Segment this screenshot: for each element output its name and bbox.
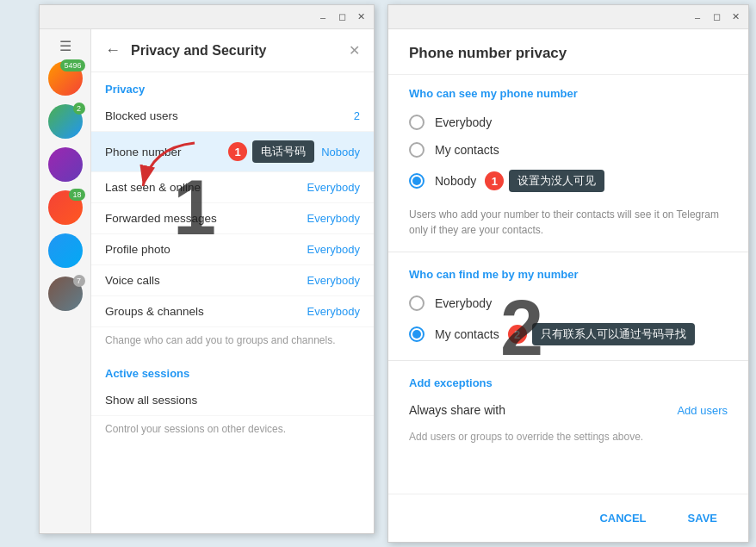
settings-title: Privacy and Security: [131, 43, 266, 59]
nobody-label-see: Nobody: [435, 174, 476, 188]
sidebar-avatar-1[interactable]: 5496: [46, 59, 85, 99]
my-contacts-radio-see[interactable]: [409, 142, 424, 158]
privacy-desc: Change who can add you to groups and cha…: [91, 327, 374, 357]
who-can-find-section: Who can find me by my number Everybody M…: [388, 256, 748, 357]
badge-3: 18: [69, 189, 84, 201]
annotation-contacts-tooltip: 只有联系人可以通过号码寻找: [532, 323, 695, 345]
minimize-button[interactable]: –: [315, 9, 331, 25]
privacy-security-window: – ◻ ✕ ☰ 5496 2 18: [39, 4, 375, 534]
save-button[interactable]: SAVE: [674, 505, 731, 531]
sidebar-avatar-2[interactable]: 2: [46, 103, 85, 142]
sidebar-avatar-6[interactable]: 7: [46, 275, 85, 314]
who-can-see-title: Who can see my phone number: [409, 87, 728, 100]
close-button[interactable]: ✕: [353, 9, 369, 25]
right-close-button[interactable]: ✕: [728, 9, 743, 25]
profile-photo-value: Everybody: [307, 243, 360, 256]
last-seen-item[interactable]: Last seen & online Everybody: [91, 172, 374, 203]
phone-number-value: Nobody: [321, 146, 360, 159]
left-content: ☰ 5496 2 18 7: [40, 29, 374, 533]
right-maximize-button[interactable]: ◻: [709, 9, 724, 25]
always-share-row: Always share with Add users: [409, 398, 728, 422]
dialog-body: Phone number privacy Who can see my phon…: [388, 29, 748, 494]
show-all-sessions-label: Show all sessions: [105, 394, 360, 407]
badge-4: 7: [73, 275, 85, 287]
privacy-section-title: Privacy: [91, 72, 374, 101]
profile-photo-label: Profile photo: [105, 243, 307, 256]
settings-panel: ← Privacy and Security ✕ Privacy Blocked…: [91, 29, 374, 533]
groups-channels-label: Groups & channels: [105, 305, 307, 318]
sidebar-avatar-5[interactable]: [46, 232, 85, 271]
my-contacts-option-see[interactable]: My contacts: [409, 136, 728, 164]
nobody-option-see[interactable]: Nobody 1 设置为没人可见: [409, 164, 728, 198]
back-button[interactable]: ←: [105, 41, 121, 59]
voice-calls-label: Voice calls: [105, 274, 307, 287]
profile-photo-item[interactable]: Profile photo Everybody: [91, 234, 374, 265]
show-all-sessions-item[interactable]: Show all sessions: [91, 385, 374, 416]
phone-number-label: Phone number: [105, 146, 225, 159]
forwarded-messages-value: Everybody: [307, 212, 360, 225]
sidebar-avatar-3[interactable]: [46, 146, 85, 185]
dialog-header: Phone number privacy: [388, 29, 748, 75]
blocked-users-item[interactable]: Blocked users 2: [91, 101, 374, 132]
left-titlebar: – ◻ ✕: [40, 5, 374, 29]
add-exceptions-title: Add exceptions: [409, 376, 728, 389]
exceptions-desc: Add users or groups to override the sett…: [388, 427, 748, 453]
who-can-find-title: Who can find me by my number: [409, 268, 728, 281]
always-share-label: Always share with: [409, 403, 505, 417]
voice-calls-item[interactable]: Voice calls Everybody: [91, 265, 374, 296]
groups-channels-value: Everybody: [307, 305, 360, 318]
voice-calls-value: Everybody: [307, 274, 360, 287]
settings-close-button[interactable]: ✕: [349, 42, 360, 59]
annotation-tooltip: 电话号码: [252, 140, 314, 163]
add-exceptions-section: Add exceptions Always share with Add use…: [388, 364, 748, 427]
annotation-num-1: 1: [228, 142, 247, 161]
sidebar-hamburger[interactable]: ☰: [46, 36, 85, 56]
everybody-option-find[interactable]: Everybody: [409, 289, 728, 317]
phone-privacy-dialog: – ◻ ✕ Phone number privacy Who can see m…: [387, 4, 749, 543]
section-divider-2: [388, 360, 748, 361]
phone-number-item[interactable]: Phone number 1 电话号码 Nobody: [91, 132, 374, 172]
badge-1: 5496: [60, 59, 84, 71]
dialog-footer: CANCEL SAVE: [388, 494, 748, 542]
chat-sidebar: ☰ 5496 2 18 7: [40, 29, 91, 533]
last-seen-label: Last seen & online: [105, 181, 307, 194]
annotation-num-nobody: 1: [485, 171, 504, 190]
everybody-label-see: Everybody: [435, 115, 492, 129]
dialog-title: Phone number privacy: [409, 45, 728, 62]
right-titlebar: – ◻ ✕: [388, 5, 748, 29]
everybody-radio-find[interactable]: [409, 295, 424, 311]
everybody-option-see[interactable]: Everybody: [409, 109, 728, 136]
settings-header: ← Privacy and Security ✕: [91, 29, 374, 72]
everybody-label-find: Everybody: [435, 296, 492, 310]
active-sessions-title: Active sessions: [91, 357, 374, 385]
section-divider: [388, 252, 748, 252]
add-users-button[interactable]: Add users: [677, 404, 728, 417]
annotation-nobody-tooltip: 设置为没人可见: [509, 170, 604, 192]
annotation-num-contacts: 2: [508, 325, 527, 344]
who-can-see-section: Who can see my phone number Everybody My…: [388, 75, 748, 203]
blocked-users-label: Blocked users: [105, 109, 354, 122]
who-can-see-info: Users who add your number to their conta…: [388, 203, 748, 248]
badge-2: 2: [73, 103, 85, 115]
sessions-desc: Control your sessions on other devices.: [91, 416, 374, 445]
forwarded-messages-label: Forwarded messages: [105, 212, 307, 225]
my-contacts-radio-find[interactable]: [409, 326, 424, 342]
my-contacts-label-see: My contacts: [435, 143, 499, 157]
nobody-radio-see[interactable]: [409, 173, 424, 189]
my-contacts-option-find[interactable]: My contacts 2 只有联系人可以通过号码寻找: [409, 317, 728, 351]
blocked-users-count: 2: [354, 109, 360, 122]
last-seen-value: Everybody: [307, 181, 360, 194]
my-contacts-label-find: My contacts: [435, 327, 499, 341]
groups-channels-item[interactable]: Groups & channels Everybody: [91, 296, 374, 327]
right-minimize-button[interactable]: –: [690, 9, 705, 25]
everybody-radio-see[interactable]: [409, 115, 424, 130]
cancel-button[interactable]: CANCEL: [586, 505, 660, 531]
dialog-content: Phone number privacy Who can see my phon…: [388, 29, 748, 542]
sidebar-avatar-4[interactable]: 18: [46, 189, 85, 228]
forwarded-messages-item[interactable]: Forwarded messages Everybody: [91, 203, 374, 234]
maximize-button[interactable]: ◻: [334, 9, 350, 25]
